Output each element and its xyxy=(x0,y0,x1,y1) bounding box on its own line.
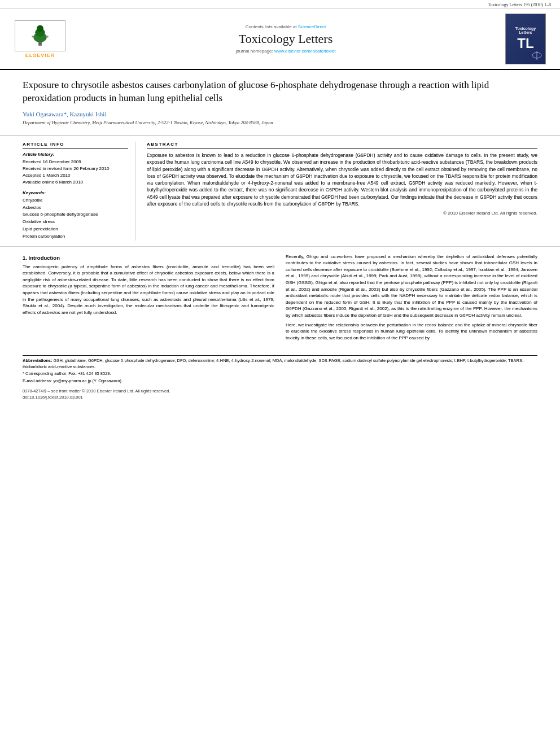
page-header: ELSEVIER Contents lists available at Sci… xyxy=(0,9,560,70)
abstract-heading: Abstract xyxy=(147,142,537,148)
date-received: Received 16 December 2009 xyxy=(23,159,128,165)
footnotes: Abbreviations: GSH, glutathione; G6PDH, … xyxy=(23,355,537,384)
affiliation: Department of Hygienic Chemistry, Meiji … xyxy=(23,120,537,125)
copyright-line: © 2010 Elsevier Ireland Ltd. All rights … xyxy=(147,211,537,216)
date-online: Available online 6 March 2010 xyxy=(23,179,128,186)
footnote-abbreviations: Abbreviations: GSH, glutathione; G6PDH, … xyxy=(23,358,537,384)
section1-heading: 1. Introduction xyxy=(23,255,274,261)
elsevier-logo-area: ELSEVIER xyxy=(9,20,71,58)
keyword-2: Asbestos xyxy=(23,204,128,212)
journal-header-center: Contents lists available at ScienceDirec… xyxy=(71,24,500,54)
keywords-section: Keywords: Chrysotile Asbestos Glucose 6-… xyxy=(23,190,128,241)
logo-tl-letters: TL xyxy=(517,36,533,51)
homepage-line: journal homepage: www.elsevier.com/locat… xyxy=(77,49,495,54)
keyword-3: Glucose 6-phosphate dehydrogenase xyxy=(23,211,128,219)
journal-title: Toxicology Letters xyxy=(77,32,495,46)
history-label: Article history: xyxy=(23,152,128,157)
keyword-1: Chrysotile xyxy=(23,197,128,204)
date-accepted: Accepted 1 March 2010 xyxy=(23,172,128,179)
elsevier-wordmark: ELSEVIER xyxy=(25,53,55,58)
article-section: Exposure to chrysotile asbestos causes c… xyxy=(0,70,560,136)
keyword-4: Oxidative stress xyxy=(23,219,128,226)
journal-logo-area: Toxicology Letters TL xyxy=(500,14,551,64)
keyword-6: Protein carbonylation xyxy=(23,233,128,241)
body-section: 1. Introduction The carcinogenic potency… xyxy=(0,247,560,350)
svg-point-3 xyxy=(37,25,43,32)
body-col-left: 1. Introduction The carcinogenic potency… xyxy=(23,254,274,344)
logo-title-line1: Toxicology Letters xyxy=(515,27,536,34)
body-col2-p1: Recently, Ghigo and co-workers have prop… xyxy=(286,254,537,342)
date-revised: Received in revised form 26 February 201… xyxy=(23,165,128,172)
keywords-list: Chrysotile Asbestos Glucose 6-phosphate … xyxy=(23,197,128,241)
sciencedirect-link[interactable]: ScienceDirect xyxy=(298,24,326,29)
authors: Yuki Ogasawara*, Kazuyuki Ishii xyxy=(23,111,537,117)
body-col-right: Recently, Ghigo and co-workers have prop… xyxy=(286,254,537,344)
contents-line: Contents lists available at ScienceDirec… xyxy=(77,24,495,29)
homepage-url[interactable]: www.elsevier.com/locate/toxlet xyxy=(274,49,336,54)
keyword-5: Lipid peroxidation xyxy=(23,226,128,233)
journal-citation: Toxicology Letters 195 (2010) 1–8 xyxy=(488,2,551,7)
article-info: Article Info Article history: Received 1… xyxy=(23,142,135,241)
svg-rect-4 xyxy=(32,36,34,37)
svg-rect-5 xyxy=(46,36,48,37)
abstract-text: Exposure to asbestos is known to lead to… xyxy=(147,152,537,208)
elsevier-logo-box xyxy=(15,20,65,51)
page-footer: 0378-4274/$ – see front matter © 2010 El… xyxy=(0,385,560,404)
info-abstract-section: Article Info Article history: Received 1… xyxy=(0,136,560,247)
abstract-section: Abstract Exposure to asbestos is known t… xyxy=(147,142,537,241)
journal-bar: Toxicology Letters 195 (2010) 1–8 xyxy=(0,0,560,9)
body-col1-p1: The carcinogenic potency of amphibole fo… xyxy=(23,264,274,316)
footer-doi: doi:10.1016/j.toxlet.2010.03.001 xyxy=(23,395,537,400)
article-dates: Article history: Received 16 December 20… xyxy=(23,152,128,186)
body-two-col: 1. Introduction The carcinogenic potency… xyxy=(23,254,537,344)
journal-logo-box: Toxicology Letters TL xyxy=(505,14,546,64)
footer-issn: 0378-4274/$ – see front matter © 2010 El… xyxy=(23,388,537,394)
article-info-heading: Article Info xyxy=(23,142,128,148)
article-title: Exposure to chrysotile asbestos causes c… xyxy=(23,79,537,105)
keywords-label: Keywords: xyxy=(23,190,128,195)
